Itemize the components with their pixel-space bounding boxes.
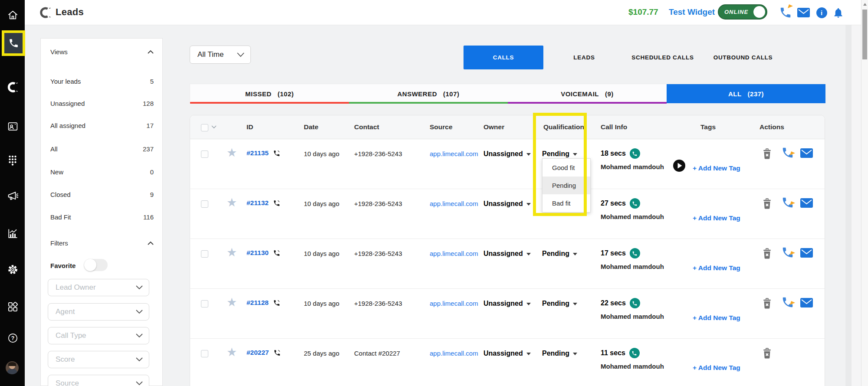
call-back-icon[interactable] bbox=[781, 246, 794, 261]
collapse-chevron-up-icon[interactable] bbox=[148, 241, 154, 245]
analytics-chart-icon[interactable] bbox=[6, 227, 19, 240]
delete-icon[interactable] bbox=[761, 347, 773, 361]
favorite-star-icon[interactable]: ★ bbox=[227, 197, 237, 209]
campaigns-megaphone-icon[interactable] bbox=[6, 189, 19, 202]
tab-voicemail[interactable]: VOICEMAIL(9) bbox=[508, 84, 667, 103]
tab-leads[interactable]: LEADS bbox=[564, 46, 604, 69]
agent-filter-select[interactable]: Agent bbox=[48, 303, 149, 321]
view-item-unassigned[interactable]: Unassigned128 bbox=[50, 100, 154, 107]
calls-nav-icon-highlighted[interactable] bbox=[2, 30, 25, 56]
add-new-tag-link[interactable]: + Add New Tag bbox=[693, 214, 740, 222]
tab-answered[interactable]: ANSWERED(107) bbox=[349, 84, 508, 103]
qualification-dropdown[interactable]: Pending bbox=[542, 350, 577, 357]
favorite-toggle[interactable] bbox=[84, 259, 108, 271]
tab-missed[interactable]: MISSED(102) bbox=[190, 84, 349, 103]
time-range-select[interactable]: All Time bbox=[190, 46, 251, 64]
owner-dropdown[interactable]: Unassigned bbox=[483, 250, 531, 258]
email-icon[interactable] bbox=[800, 298, 813, 309]
qualification-option-bad-fit[interactable]: Bad fit bbox=[542, 194, 590, 212]
view-item-all[interactable]: All237 bbox=[50, 145, 154, 153]
call-type-filter-select[interactable]: Call Type bbox=[48, 327, 149, 344]
contacts-icon[interactable] bbox=[6, 120, 19, 133]
settings-gear-icon[interactable] bbox=[6, 263, 19, 276]
scrollbar-thumb[interactable] bbox=[862, 10, 867, 59]
browser-scrollbar[interactable] bbox=[861, 0, 868, 386]
notifications-bell-icon[interactable] bbox=[831, 6, 845, 20]
favorite-star-icon[interactable]: ★ bbox=[227, 297, 237, 308]
view-item-all-assigned[interactable]: All assigned17 bbox=[50, 122, 154, 129]
integrations-apps-icon[interactable] bbox=[6, 300, 19, 313]
score-filter-select[interactable]: Score bbox=[48, 351, 149, 368]
help-icon[interactable]: ? bbox=[6, 331, 19, 344]
call-back-icon[interactable] bbox=[781, 146, 794, 161]
tab-scheduled-calls[interactable]: SCHEDULED CALLS bbox=[630, 46, 695, 69]
view-item-your-leads[interactable]: Your leads5 bbox=[50, 78, 154, 85]
view-item-closed[interactable]: Closed9 bbox=[50, 191, 154, 198]
dialpad-icon[interactable] bbox=[6, 154, 19, 167]
test-widget-link[interactable]: Test Widget bbox=[669, 7, 715, 17]
qualification-option-good-fit[interactable]: Good fit bbox=[542, 159, 590, 177]
source-link[interactable]: app.limecall.com bbox=[430, 250, 478, 257]
favorite-star-icon[interactable]: ★ bbox=[227, 147, 237, 159]
source-filter-select[interactable]: Source bbox=[48, 375, 149, 386]
row-checkbox[interactable] bbox=[201, 300, 208, 307]
favorite-star-icon[interactable]: ★ bbox=[227, 247, 237, 258]
scroll-up-arrow[interactable] bbox=[863, 3, 867, 6]
tab-all[interactable]: ALL(237) bbox=[667, 84, 825, 103]
mail-icon[interactable] bbox=[796, 6, 810, 20]
qualification-dropdown[interactable]: Pending bbox=[542, 300, 577, 307]
source-link[interactable]: app.limecall.com bbox=[430, 300, 478, 307]
source-link[interactable]: app.limecall.com bbox=[430, 200, 478, 207]
header-chevron-down-icon[interactable] bbox=[211, 125, 217, 129]
owner-dropdown[interactable]: Unassigned bbox=[483, 300, 531, 307]
filters-section-header[interactable]: Filters bbox=[50, 239, 154, 247]
lead-id-link[interactable]: #21128 bbox=[247, 299, 269, 307]
favorite-star-icon[interactable]: ★ bbox=[227, 347, 237, 358]
inner-scrollbar-track[interactable] bbox=[845, 25, 852, 386]
lead-id-link[interactable]: #21132 bbox=[247, 199, 269, 207]
collapse-chevron-up-icon[interactable] bbox=[148, 50, 154, 54]
owner-dropdown[interactable]: Unassigned bbox=[483, 350, 531, 357]
call-back-icon[interactable] bbox=[781, 296, 794, 311]
tab-outbound-calls[interactable]: OUTBOUND CALLS bbox=[710, 46, 776, 69]
views-section-header[interactable]: Views bbox=[50, 48, 154, 56]
owner-dropdown[interactable]: Unassigned bbox=[483, 200, 531, 208]
source-link[interactable]: app.limecall.com bbox=[430, 350, 478, 357]
call-notifications-icon[interactable] bbox=[779, 6, 792, 20]
row-checkbox[interactable] bbox=[201, 150, 208, 158]
row-checkbox[interactable] bbox=[201, 250, 208, 258]
select-all-checkbox[interactable] bbox=[201, 124, 208, 131]
delete-icon[interactable] bbox=[761, 298, 773, 311]
profile-avatar[interactable] bbox=[6, 361, 19, 374]
info-icon[interactable]: i bbox=[815, 6, 829, 20]
delete-icon[interactable] bbox=[761, 248, 773, 262]
add-new-tag-link[interactable]: + Add New Tag bbox=[693, 264, 740, 272]
lead-id-link[interactable]: #21130 bbox=[247, 249, 269, 257]
delete-icon[interactable] bbox=[761, 148, 773, 162]
qualification-option-pending[interactable]: Pending bbox=[542, 177, 590, 194]
lead-id-link[interactable]: #20227 bbox=[247, 349, 269, 357]
leads-magnet-icon[interactable] bbox=[6, 81, 19, 94]
add-new-tag-link[interactable]: + Add New Tag bbox=[693, 314, 740, 322]
tab-calls[interactable]: CALLS bbox=[464, 46, 543, 69]
call-back-icon[interactable] bbox=[781, 196, 794, 211]
owner-dropdown[interactable]: Unassigned bbox=[483, 150, 531, 158]
delete-icon[interactable] bbox=[761, 198, 773, 212]
play-recording-button[interactable] bbox=[673, 159, 686, 172]
qualification-dropdown[interactable]: Pending bbox=[542, 250, 577, 258]
row-checkbox[interactable] bbox=[201, 200, 208, 208]
source-link[interactable]: app.limecall.com bbox=[430, 150, 478, 157]
row-checkbox[interactable] bbox=[201, 350, 208, 357]
add-new-tag-link[interactable]: + Add New Tag bbox=[693, 164, 740, 172]
view-item-new[interactable]: New0 bbox=[50, 168, 154, 176]
email-icon[interactable] bbox=[800, 148, 813, 160]
email-icon[interactable] bbox=[800, 198, 813, 209]
online-status-toggle[interactable]: ONLINE bbox=[718, 4, 767, 20]
add-new-tag-link[interactable]: + Add New Tag bbox=[693, 364, 740, 372]
lead-owner-filter-select[interactable]: Lead Owner bbox=[48, 279, 149, 296]
account-balance[interactable]: $107.77 bbox=[628, 7, 658, 17]
lead-id-link[interactable]: #21135 bbox=[247, 149, 269, 157]
qualification-dropdown[interactable]: Pending bbox=[542, 150, 577, 158]
view-item-bad-fit[interactable]: Bad Fit116 bbox=[50, 213, 154, 221]
home-icon[interactable] bbox=[6, 8, 19, 21]
